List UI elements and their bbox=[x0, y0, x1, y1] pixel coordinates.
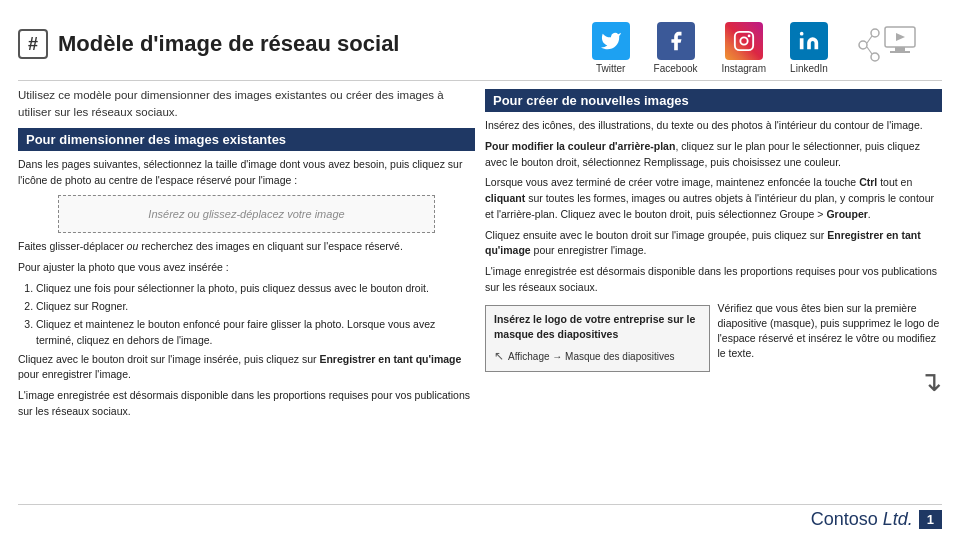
footer: Contoso Ltd. 1 bbox=[18, 504, 942, 530]
left-para4: Cliquez avec le bouton droit sur l'image… bbox=[18, 352, 475, 384]
left-section-body: Dans les pages suivantes, sélectionnez l… bbox=[18, 157, 475, 424]
right-para5: L'image enregistrée est désormais dispon… bbox=[485, 264, 942, 296]
header-left: # Modèle d'image de réseau social bbox=[18, 29, 399, 59]
inset-box: Insérez le logo de votre entreprise sur … bbox=[485, 305, 710, 373]
svg-marker-12 bbox=[896, 33, 905, 41]
twitter-icon bbox=[592, 22, 630, 60]
svg-point-9 bbox=[871, 53, 879, 61]
facebook-icon bbox=[657, 22, 695, 60]
steps-list: Cliquez une fois pour sélectionner la ph… bbox=[18, 281, 475, 348]
left-section-header: Pour dimensionner des images existantes bbox=[18, 128, 475, 151]
twitter-icon-item: Twitter bbox=[592, 22, 630, 74]
facebook-label: Facebook bbox=[654, 63, 698, 74]
curved-arrow-icon: ↴ bbox=[485, 368, 942, 396]
svg-rect-6 bbox=[890, 51, 910, 53]
step-3: Cliquez et maintenez le bouton enfoncé p… bbox=[36, 317, 475, 347]
svg-point-7 bbox=[859, 41, 867, 49]
svg-point-2 bbox=[747, 35, 750, 38]
right-para4: Cliquez ensuite avec le bouton droit sur… bbox=[485, 228, 942, 260]
step-1: Cliquez une fois pour sélectionner la ph… bbox=[36, 281, 475, 296]
header: # Modèle d'image de réseau social Twitte… bbox=[18, 14, 942, 81]
left-column: Utilisez ce modèle pour dimensionner des… bbox=[18, 87, 475, 498]
instagram-icon bbox=[725, 22, 763, 60]
svg-line-11 bbox=[867, 47, 872, 54]
left-para3: Pour ajuster la photo que vous avez insé… bbox=[18, 260, 475, 276]
right-para2: Pour modifier la couleur d'arrière-plan,… bbox=[485, 139, 942, 171]
linkedin-label: LinkedIn bbox=[790, 63, 828, 74]
instagram-label: Instagram bbox=[722, 63, 766, 74]
left-para2: Faites glisser-déplacer ou recherchez de… bbox=[18, 239, 475, 255]
cursor-icon: ↖ bbox=[494, 347, 504, 365]
hash-icon: # bbox=[18, 29, 48, 59]
left-para1: Dans les pages suivantes, sélectionnez l… bbox=[18, 157, 475, 189]
right-section-header: Pour créer de nouvelles images bbox=[485, 89, 942, 112]
svg-rect-0 bbox=[735, 32, 753, 50]
svg-point-8 bbox=[871, 29, 879, 37]
page-title: Modèle d'image de réseau social bbox=[58, 31, 399, 57]
right-para1: Insérez des icônes, des illustrations, d… bbox=[485, 118, 942, 134]
page-number: 1 bbox=[919, 510, 942, 529]
instagram-icon-item: Instagram bbox=[722, 22, 766, 74]
linkedin-icon bbox=[790, 22, 828, 60]
affichage-row: ↖ Affichage → Masque des diapositives bbox=[494, 347, 701, 365]
twitter-label: Twitter bbox=[596, 63, 625, 74]
left-para5: L'image enregistrée est désormais dispon… bbox=[18, 388, 475, 420]
inset-layout: Insérez le logo de votre entreprise sur … bbox=[485, 301, 942, 373]
svg-line-10 bbox=[867, 36, 872, 43]
page: # Modèle d'image de réseau social Twitte… bbox=[0, 0, 960, 540]
inset-right-text: Vérifiez que vous êtes bien sur la premi… bbox=[718, 301, 943, 373]
network-graphic bbox=[852, 14, 932, 74]
image-placeholder: Insérez ou glissez-déplacez votre image bbox=[58, 195, 435, 234]
right-column: Pour créer de nouvelles images Insérez d… bbox=[485, 87, 942, 498]
svg-point-3 bbox=[800, 32, 804, 36]
inset-box-left: Insérez le logo de votre entreprise sur … bbox=[485, 301, 710, 373]
linkedin-icon-item: LinkedIn bbox=[790, 22, 828, 74]
social-icons-bar: Twitter Facebook Instagr bbox=[592, 14, 942, 74]
main-content: Utilisez ce modèle pour dimensionner des… bbox=[18, 87, 942, 498]
svg-rect-5 bbox=[895, 47, 905, 51]
step-2: Cliquez sur Rogner. bbox=[36, 299, 475, 314]
brand: Contoso Ltd. bbox=[811, 509, 913, 530]
right-section-body: Insérez des icônes, des illustrations, d… bbox=[485, 118, 942, 396]
right-para3: Lorsque vous avez terminé de créer votre… bbox=[485, 175, 942, 222]
intro-text: Utilisez ce modèle pour dimensionner des… bbox=[18, 87, 475, 120]
facebook-icon-item: Facebook bbox=[654, 22, 698, 74]
svg-point-1 bbox=[740, 37, 747, 44]
